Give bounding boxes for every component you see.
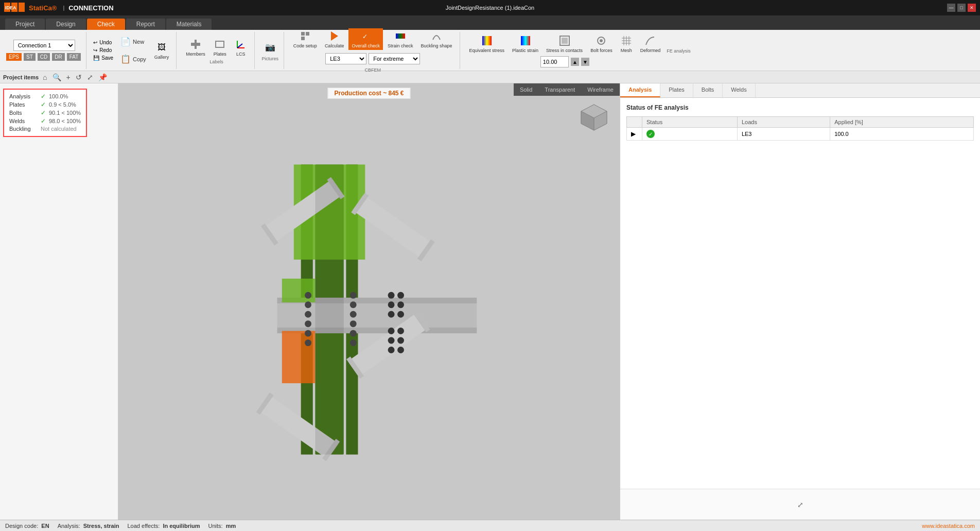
- maximize-button[interactable]: □: [957, 4, 966, 12]
- new-icon: 📄: [119, 36, 132, 48]
- nav-tabs: Project Design Check Report Materials: [0, 15, 980, 30]
- expand-all-button[interactable]: ⤢: [86, 73, 94, 81]
- load-select[interactable]: LE3: [325, 53, 366, 64]
- deformed-icon: [644, 35, 656, 47]
- svg-text:✓: ✓: [362, 33, 367, 40]
- buckling-label: Buckling: [9, 126, 38, 132]
- equivalent-stress-button[interactable]: Equivalent stress: [466, 33, 508, 55]
- plastic-strain-button[interactable]: Plastic strain: [509, 33, 541, 55]
- cbfem-section: Code setup Calculate ✓ Overall check: [286, 32, 460, 69]
- add-button[interactable]: +: [65, 73, 72, 81]
- viewport[interactable]: Solid Transparent Wireframe Production c…: [118, 83, 620, 520]
- website-link[interactable]: www.ideastatica.com: [922, 523, 975, 529]
- production-cost-value: 845 €: [389, 90, 404, 97]
- status-row-welds: Welds ✓ 98.0 < 100%: [9, 117, 81, 125]
- svg-point-65: [397, 301, 404, 308]
- mesh-button[interactable]: Mesh: [617, 33, 636, 55]
- overall-check-icon: ✓: [360, 30, 372, 42]
- copy-button[interactable]: 📋 Copy: [116, 52, 149, 67]
- strain-check-button[interactable]: Strain check: [384, 28, 416, 50]
- deformed-button[interactable]: Deformed: [637, 33, 664, 55]
- plates-value: 0.9 < 5.0%: [49, 101, 76, 108]
- scale-down-button[interactable]: ▼: [581, 58, 589, 66]
- new-button[interactable]: 📄 New: [116, 34, 149, 49]
- svg-point-54: [305, 330, 311, 336]
- structure-svg: [194, 155, 503, 464]
- title-bar-controls[interactable]: — □ ✕: [947, 4, 976, 12]
- redo-btn[interactable]: ↪ Redo: [93, 46, 114, 54]
- connection-section: Connection 1 EPS ST CD DR FAT: [2, 32, 86, 69]
- pin-button[interactable]: 📌: [97, 73, 108, 81]
- right-tab-bolts[interactable]: Bolts: [693, 83, 723, 97]
- strain-check-icon: [394, 30, 407, 42]
- home-button[interactable]: ⌂: [42, 73, 48, 81]
- plates-label: Plates: [9, 101, 38, 108]
- status-row-analysis: Analysis ✓ 100.0%: [9, 93, 81, 100]
- transparent-view-button[interactable]: Transparent: [538, 83, 581, 96]
- tab-materials[interactable]: Materials: [166, 19, 212, 30]
- buckling-shape-button[interactable]: Buckling shape: [417, 28, 455, 50]
- new-copy-gallery: 📄 New 📋 Copy: [116, 34, 149, 67]
- expand-row-button[interactable]: ▶: [631, 130, 636, 138]
- pictures-button[interactable]: 📷: [261, 40, 279, 55]
- analysis-status-label: Analysis:: [58, 523, 80, 529]
- tab-check[interactable]: Check: [87, 19, 125, 30]
- search-button[interactable]: 🔍: [51, 73, 62, 81]
- svg-rect-16: [396, 33, 405, 39]
- structure-view: [118, 99, 579, 520]
- right-tab-analysis[interactable]: Analysis: [620, 83, 660, 97]
- right-panel-content: Status of FE analysis Status Loads Appli…: [620, 98, 980, 489]
- welds-check-icon: ✓: [41, 117, 46, 125]
- cube-navigator: [579, 102, 609, 133]
- lcs-icon: [235, 38, 247, 50]
- svg-rect-49: [282, 279, 316, 302]
- bolts-label: Bolts: [9, 110, 38, 116]
- labels-section: Members Plates LCS Labels: [179, 32, 255, 69]
- overall-check-button[interactable]: ✓ Overall check: [348, 28, 383, 50]
- save-btn[interactable]: 💾 Save: [93, 54, 114, 62]
- close-button[interactable]: ✕: [968, 4, 976, 12]
- code-setup-button[interactable]: Code setup: [290, 28, 320, 50]
- plates-button[interactable]: Plates: [211, 37, 230, 58]
- svg-point-68: [388, 328, 395, 334]
- svg-rect-2: [19, 3, 25, 12]
- title-bar: IDEA StatiCa® | CONNECTION JointDesignRe…: [0, 0, 980, 15]
- refresh-button[interactable]: ↺: [75, 73, 83, 81]
- expand-bottom-button[interactable]: ⤢: [797, 501, 803, 509]
- members-button[interactable]: Members: [183, 37, 208, 58]
- right-tab-welds[interactable]: Welds: [723, 83, 755, 97]
- buckling-value: Not calculated: [41, 126, 77, 132]
- scale-input[interactable]: [540, 56, 569, 67]
- svg-point-55: [305, 339, 311, 346]
- cd-tag[interactable]: CD: [38, 53, 50, 61]
- status-col-header: Status: [642, 117, 738, 128]
- tab-report[interactable]: Report: [126, 19, 165, 30]
- stress-contacts-button[interactable]: Stress in contacts: [543, 33, 586, 55]
- eps-tag[interactable]: EPS: [6, 53, 22, 61]
- wireframe-view-button[interactable]: Wireframe: [581, 83, 620, 96]
- scale-up-button[interactable]: ▲: [571, 58, 579, 66]
- svg-point-70: [388, 337, 395, 344]
- connection-select[interactable]: Connection 1: [13, 40, 75, 51]
- svg-point-72: [388, 347, 395, 353]
- svg-rect-11: [306, 32, 309, 36]
- expand-cell[interactable]: ▶: [627, 128, 642, 141]
- st-tag[interactable]: ST: [24, 53, 36, 61]
- dr-tag[interactable]: DR: [52, 53, 64, 61]
- calculate-button[interactable]: Calculate: [322, 28, 347, 50]
- tab-design[interactable]: Design: [46, 19, 85, 30]
- minimize-button[interactable]: —: [947, 4, 955, 12]
- tab-project[interactable]: Project: [5, 19, 45, 30]
- solid-view-button[interactable]: Solid: [514, 83, 538, 96]
- status-row-buckling: Buckling Not calculated: [9, 126, 81, 132]
- undo-btn[interactable]: ↩ Undo: [93, 39, 114, 46]
- right-tab-plates[interactable]: Plates: [660, 83, 693, 97]
- gallery-button[interactable]: 🖼 Gallery: [151, 40, 172, 61]
- stress-contacts-icon: [558, 35, 571, 47]
- bolt-forces-button[interactable]: Bolt forces: [587, 33, 616, 55]
- extreme-select[interactable]: For extreme: [369, 53, 420, 64]
- lcs-button[interactable]: LCS: [232, 37, 250, 58]
- fat-tag[interactable]: FAT: [67, 53, 81, 61]
- units-item: Units: mm: [208, 523, 236, 529]
- design-code-label: Design code:: [5, 523, 38, 529]
